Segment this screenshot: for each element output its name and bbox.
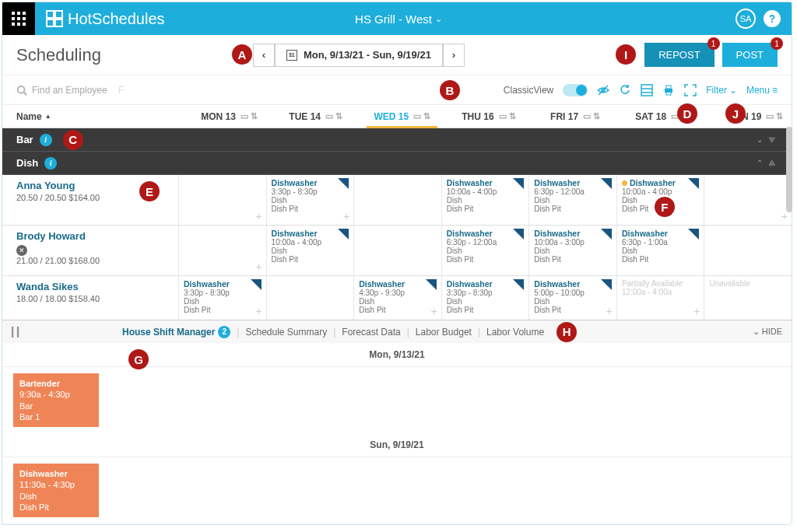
post-button[interactable]: POST1	[722, 43, 778, 67]
svg-rect-8	[23, 23, 26, 26]
help-icon[interactable]: ?	[764, 10, 781, 27]
day-label: FRI 17	[550, 111, 578, 122]
add-icon[interactable]: +	[431, 305, 437, 317]
tab-forecast-data[interactable]: Forecast Data	[335, 327, 406, 338]
shift-cell[interactable]	[266, 276, 354, 320]
day-divider: Mon, 9/13/21	[2, 343, 792, 367]
chevron-down-icon: ⌄	[729, 85, 737, 96]
shift-cell[interactable]: Dishwasher3:30p - 8:30pDishDish Pit+	[178, 276, 266, 320]
scrollbar-thumb[interactable]	[786, 127, 792, 212]
shift-cell[interactable]: Dishwasher6:30p - 12:00aDishDish Pit	[528, 175, 616, 225]
shift-cell[interactable]: Dishwasher3:30p - 8:30pDishDish Pit+	[266, 175, 354, 225]
shift-cell[interactable]: Dishwasher5:00p - 10:00pDishDish Pit+	[528, 276, 616, 320]
shift-cell[interactable]: Dishwasher3:30p - 8:30pDishDish Pit	[441, 276, 529, 320]
next-week-button[interactable]: ›	[443, 44, 465, 67]
callout-i: I	[616, 44, 636, 65]
card-line: Bar	[19, 401, 93, 411]
hide-button[interactable]: ⌄ HIDE	[753, 327, 782, 337]
tab-labor-volume[interactable]: Labor Volume	[480, 327, 550, 338]
column-header-name[interactable]: Name ▲	[16, 111, 186, 122]
shift-cell[interactable]: Dishwasher6:30p - 12:00aDishDish Pit	[441, 226, 529, 275]
tab-schedule-summary[interactable]: Schedule Summary	[239, 327, 333, 338]
tab-labor-budget[interactable]: Labor Budget	[409, 327, 478, 338]
card-line: Bar 1	[19, 411, 93, 422]
add-icon[interactable]: +	[255, 261, 262, 273]
column-header-wed[interactable]: WED 15▭ ⇅	[359, 111, 445, 122]
expand-icon[interactable]: ⌃ ⩓	[757, 159, 778, 167]
employee-cell[interactable]: Brody Howard ✕ 21.00 / 21.00 $168.00	[2, 226, 178, 275]
callout-j: J	[725, 103, 746, 124]
refresh-icon[interactable]	[619, 84, 631, 96]
date-range-picker[interactable]: ‹ 31Mon, 9/13/21 - Sun, 9/19/21 ›	[253, 44, 465, 67]
prev-week-button[interactable]: ‹	[253, 44, 275, 67]
shift-cell[interactable]	[353, 175, 441, 225]
visibility-icon[interactable]	[597, 84, 609, 96]
svg-rect-12	[55, 19, 62, 26]
add-icon[interactable]: +	[255, 210, 262, 222]
card-line: Dish Pit	[19, 502, 93, 513]
shift-cell[interactable]: +	[704, 175, 792, 225]
employee-cell[interactable]: Anna Young 20.50 / 20.50 $164.00 E	[2, 175, 178, 225]
shift-cell[interactable]	[704, 226, 792, 275]
callout-a: A	[232, 44, 252, 65]
expand-icon[interactable]	[684, 84, 697, 96]
grid-icon[interactable]	[641, 84, 653, 96]
add-icon[interactable]: +	[606, 305, 613, 317]
apps-button[interactable]	[2, 2, 35, 35]
warning-dot-icon	[622, 180, 627, 186]
calendar-icon: 31	[286, 50, 297, 61]
section-header-bar[interactable]: Bar i C ⌄ ⩔	[2, 128, 792, 152]
info-icon[interactable]: i	[40, 134, 52, 146]
house-shift-card[interactable]: Bartender 9:30a - 4:30p Bar Bar 1	[13, 373, 99, 427]
shift-cell[interactable]: Dishwasher10:00a - 4:00pDishDish Pit F	[616, 175, 704, 225]
partial-time: 12:00a - 4:00a	[622, 288, 700, 296]
search-input[interactable]: Find an Employee F	[16, 85, 124, 96]
add-icon[interactable]: +	[255, 305, 262, 317]
house-shift-card[interactable]: Dishwasher 11:30a - 4:30p Dish Dish Pit	[13, 464, 99, 517]
filter-link[interactable]: Filter ⌄	[706, 85, 737, 96]
sort-icons: ▭ ⇅	[241, 111, 258, 121]
location-name: HS Grill - West	[355, 12, 432, 26]
shift-cell[interactable]: Dishwasher4:30p - 9:30pDishDish Pit+	[353, 276, 441, 320]
pause-icon[interactable]: ▎▎	[12, 327, 23, 338]
column-header-mon[interactable]: MON 13▭ ⇅	[186, 111, 272, 122]
section-dish-label: Dish	[16, 157, 38, 169]
column-header-thu[interactable]: THU 16▭ ⇅	[445, 111, 532, 122]
classic-view-toggle[interactable]	[563, 84, 588, 96]
brand-logo: HotSchedules	[46, 10, 165, 28]
column-header-tue[interactable]: TUE 14▭ ⇅	[272, 111, 359, 122]
section-header-dish[interactable]: Dish i ⌃ ⩓	[2, 152, 792, 175]
employee-cell[interactable]: Wanda Sikes 18.00 / 18.00 $158.40	[2, 276, 178, 320]
shift-cell[interactable]: Dishwasher6:30p - 1:00aDishDish Pit	[616, 226, 704, 275]
shift-cell[interactable]: +	[178, 175, 266, 225]
column-header-sun[interactable]: SUN 19▭ ⇅	[705, 111, 792, 122]
tab-label: House Shift Manager	[122, 326, 215, 337]
info-icon[interactable]: i	[44, 157, 57, 170]
repost-button[interactable]: REPOST1	[644, 43, 714, 67]
shift-cell[interactable]: Dishwasher10:00a - 4:00pDishDish Pit	[441, 175, 529, 225]
shift-dept: Dish	[447, 196, 525, 205]
shift-dept: Dish	[272, 196, 349, 205]
scrollbar[interactable]	[786, 127, 792, 352]
menu-link[interactable]: Menu ≡	[746, 85, 778, 96]
remove-icon[interactable]: ✕	[16, 245, 27, 256]
tab-house-shift-manager[interactable]: House Shift Manager2	[116, 326, 237, 338]
location-selector[interactable]: HS Grill - West ⌄	[355, 12, 442, 26]
shift-cell[interactable]	[353, 226, 441, 275]
shift-cell-partial[interactable]: Partially Available12:00a - 4:00a+	[616, 276, 704, 320]
sort-icons: ▭ ⇅	[325, 111, 342, 121]
day-label: TUE 14	[289, 111, 321, 122]
shift-cell[interactable]: +	[178, 226, 266, 275]
column-header-fri[interactable]: FRI 17▭ ⇅	[532, 111, 619, 122]
sort-up-icon: ▲	[45, 113, 51, 120]
print-icon[interactable]	[662, 84, 675, 96]
shift-cell-unavailable[interactable]: Unavailable	[704, 276, 792, 320]
add-icon[interactable]: +	[693, 305, 700, 317]
avatar[interactable]: SA	[736, 9, 756, 29]
shift-cell[interactable]: Dishwasher10:00a - 3:00pDishDish Pit	[528, 226, 616, 275]
shift-cell[interactable]: Dishwasher10:00a - 4:00pDishDish Pit	[266, 226, 354, 275]
chevron-down-icon: ⌄	[435, 14, 442, 24]
page-title: Scheduling	[16, 45, 101, 65]
collapse-icon[interactable]: ⌄ ⩔	[757, 135, 778, 144]
add-icon[interactable]: +	[343, 210, 349, 222]
